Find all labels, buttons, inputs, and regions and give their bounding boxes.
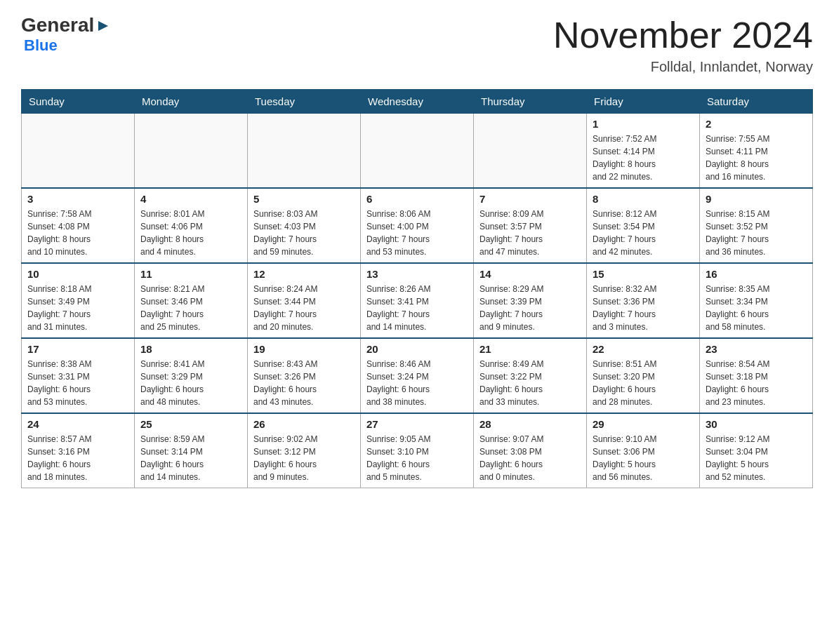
table-row: 14Sunrise: 8:29 AM Sunset: 3:39 PM Dayli… — [474, 263, 587, 338]
table-row: 9Sunrise: 8:15 AM Sunset: 3:52 PM Daylig… — [700, 188, 813, 263]
day-info: Sunrise: 8:09 AM Sunset: 3:57 PM Dayligh… — [479, 208, 581, 258]
col-monday: Monday — [135, 90, 248, 114]
day-info: Sunrise: 8:15 AM Sunset: 3:52 PM Dayligh… — [706, 208, 807, 258]
table-row: 27Sunrise: 9:05 AM Sunset: 3:10 PM Dayli… — [361, 413, 474, 488]
day-number: 28 — [479, 418, 581, 430]
day-number: 11 — [140, 268, 241, 280]
table-row: 23Sunrise: 8:54 AM Sunset: 3:18 PM Dayli… — [700, 338, 813, 413]
month-title: November 2024 — [553, 14, 813, 56]
day-number: 12 — [253, 268, 355, 280]
title-section: November 2024 Folldal, Innlandet, Norway — [553, 14, 813, 75]
logo-arrow-icon — [95, 18, 111, 34]
col-wednesday: Wednesday — [361, 90, 474, 114]
day-info: Sunrise: 8:01 AM Sunset: 4:06 PM Dayligh… — [140, 208, 241, 258]
table-row: 25Sunrise: 8:59 AM Sunset: 3:14 PM Dayli… — [135, 413, 248, 488]
table-row: 29Sunrise: 9:10 AM Sunset: 3:06 PM Dayli… — [587, 413, 700, 488]
page-header: General Blue November 2024 Folldal, Innl… — [21, 14, 813, 75]
day-number: 6 — [366, 193, 468, 205]
table-row: 13Sunrise: 8:26 AM Sunset: 3:41 PM Dayli… — [361, 263, 474, 338]
logo: General Blue — [21, 14, 111, 55]
table-row — [135, 114, 248, 189]
table-row — [22, 114, 135, 189]
day-number: 18 — [140, 343, 241, 355]
day-info: Sunrise: 8:49 AM Sunset: 3:22 PM Dayligh… — [479, 358, 581, 408]
table-row: 21Sunrise: 8:49 AM Sunset: 3:22 PM Dayli… — [474, 338, 587, 413]
day-number: 19 — [253, 343, 355, 355]
day-info: Sunrise: 9:02 AM Sunset: 3:12 PM Dayligh… — [253, 433, 355, 483]
table-row: 15Sunrise: 8:32 AM Sunset: 3:36 PM Dayli… — [587, 263, 700, 338]
day-number: 29 — [593, 418, 694, 430]
day-info: Sunrise: 8:03 AM Sunset: 4:03 PM Dayligh… — [253, 208, 355, 258]
day-info: Sunrise: 8:18 AM Sunset: 3:49 PM Dayligh… — [27, 283, 128, 333]
day-number: 23 — [706, 343, 807, 355]
day-number: 26 — [253, 418, 355, 430]
day-number: 14 — [479, 268, 581, 280]
day-number: 13 — [366, 268, 468, 280]
day-info: Sunrise: 8:21 AM Sunset: 3:46 PM Dayligh… — [140, 283, 241, 333]
day-number: 22 — [593, 343, 694, 355]
day-number: 3 — [27, 193, 128, 205]
day-number: 21 — [479, 343, 581, 355]
table-row: 1Sunrise: 7:52 AM Sunset: 4:14 PM Daylig… — [587, 114, 700, 189]
calendar-row: 17Sunrise: 8:38 AM Sunset: 3:31 PM Dayli… — [22, 338, 813, 413]
day-info: Sunrise: 9:10 AM Sunset: 3:06 PM Dayligh… — [593, 433, 694, 483]
day-info: Sunrise: 9:12 AM Sunset: 3:04 PM Dayligh… — [706, 433, 807, 483]
logo-general: General — [21, 14, 94, 36]
table-row: 10Sunrise: 8:18 AM Sunset: 3:49 PM Dayli… — [22, 263, 135, 338]
table-row: 3Sunrise: 7:58 AM Sunset: 4:08 PM Daylig… — [22, 188, 135, 263]
day-number: 15 — [593, 268, 694, 280]
day-info: Sunrise: 8:29 AM Sunset: 3:39 PM Dayligh… — [479, 283, 581, 333]
day-number: 20 — [366, 343, 468, 355]
calendar-row: 24Sunrise: 8:57 AM Sunset: 3:16 PM Dayli… — [22, 413, 813, 488]
table-row: 28Sunrise: 9:07 AM Sunset: 3:08 PM Dayli… — [474, 413, 587, 488]
day-number: 9 — [706, 193, 807, 205]
table-row: 18Sunrise: 8:41 AM Sunset: 3:29 PM Dayli… — [135, 338, 248, 413]
svg-marker-0 — [98, 21, 108, 31]
table-row: 20Sunrise: 8:46 AM Sunset: 3:24 PM Dayli… — [361, 338, 474, 413]
col-thursday: Thursday — [474, 90, 587, 114]
col-friday: Friday — [587, 90, 700, 114]
day-info: Sunrise: 8:54 AM Sunset: 3:18 PM Dayligh… — [706, 358, 807, 408]
table-row: 30Sunrise: 9:12 AM Sunset: 3:04 PM Dayli… — [700, 413, 813, 488]
calendar-row: 10Sunrise: 8:18 AM Sunset: 3:49 PM Dayli… — [22, 263, 813, 338]
day-info: Sunrise: 9:07 AM Sunset: 3:08 PM Dayligh… — [479, 433, 581, 483]
day-info: Sunrise: 8:51 AM Sunset: 3:20 PM Dayligh… — [593, 358, 694, 408]
day-info: Sunrise: 8:57 AM Sunset: 3:16 PM Dayligh… — [27, 433, 128, 483]
col-saturday: Saturday — [700, 90, 813, 114]
day-info: Sunrise: 8:46 AM Sunset: 3:24 PM Dayligh… — [366, 358, 468, 408]
day-number: 5 — [253, 193, 355, 205]
day-info: Sunrise: 8:59 AM Sunset: 3:14 PM Dayligh… — [140, 433, 241, 483]
day-number: 27 — [366, 418, 468, 430]
table-row: 16Sunrise: 8:35 AM Sunset: 3:34 PM Dayli… — [700, 263, 813, 338]
calendar-header-row: Sunday Monday Tuesday Wednesday Thursday… — [22, 90, 813, 114]
day-info: Sunrise: 8:41 AM Sunset: 3:29 PM Dayligh… — [140, 358, 241, 408]
calendar-row: 1Sunrise: 7:52 AM Sunset: 4:14 PM Daylig… — [22, 114, 813, 189]
day-info: Sunrise: 8:26 AM Sunset: 3:41 PM Dayligh… — [366, 283, 468, 333]
logo-blue: Blue — [24, 36, 111, 55]
table-row: 22Sunrise: 8:51 AM Sunset: 3:20 PM Dayli… — [587, 338, 700, 413]
day-number: 24 — [27, 418, 128, 430]
day-info: Sunrise: 7:55 AM Sunset: 4:11 PM Dayligh… — [706, 133, 807, 183]
day-number: 17 — [27, 343, 128, 355]
table-row: 7Sunrise: 8:09 AM Sunset: 3:57 PM Daylig… — [474, 188, 587, 263]
day-info: Sunrise: 7:58 AM Sunset: 4:08 PM Dayligh… — [27, 208, 128, 258]
col-sunday: Sunday — [22, 90, 135, 114]
day-number: 10 — [27, 268, 128, 280]
table-row — [361, 114, 474, 189]
day-number: 2 — [706, 118, 807, 130]
table-row: 4Sunrise: 8:01 AM Sunset: 4:06 PM Daylig… — [135, 188, 248, 263]
day-info: Sunrise: 7:52 AM Sunset: 4:14 PM Dayligh… — [593, 133, 694, 183]
table-row: 5Sunrise: 8:03 AM Sunset: 4:03 PM Daylig… — [248, 188, 361, 263]
day-info: Sunrise: 8:24 AM Sunset: 3:44 PM Dayligh… — [253, 283, 355, 333]
table-row — [248, 114, 361, 189]
calendar-table: Sunday Monday Tuesday Wednesday Thursday… — [21, 89, 813, 488]
calendar-row: 3Sunrise: 7:58 AM Sunset: 4:08 PM Daylig… — [22, 188, 813, 263]
table-row: 26Sunrise: 9:02 AM Sunset: 3:12 PM Dayli… — [248, 413, 361, 488]
day-number: 25 — [140, 418, 241, 430]
table-row: 17Sunrise: 8:38 AM Sunset: 3:31 PM Dayli… — [22, 338, 135, 413]
location: Folldal, Innlandet, Norway — [553, 59, 813, 75]
table-row: 6Sunrise: 8:06 AM Sunset: 4:00 PM Daylig… — [361, 188, 474, 263]
day-info: Sunrise: 8:38 AM Sunset: 3:31 PM Dayligh… — [27, 358, 128, 408]
day-number: 16 — [706, 268, 807, 280]
day-info: Sunrise: 8:35 AM Sunset: 3:34 PM Dayligh… — [706, 283, 807, 333]
